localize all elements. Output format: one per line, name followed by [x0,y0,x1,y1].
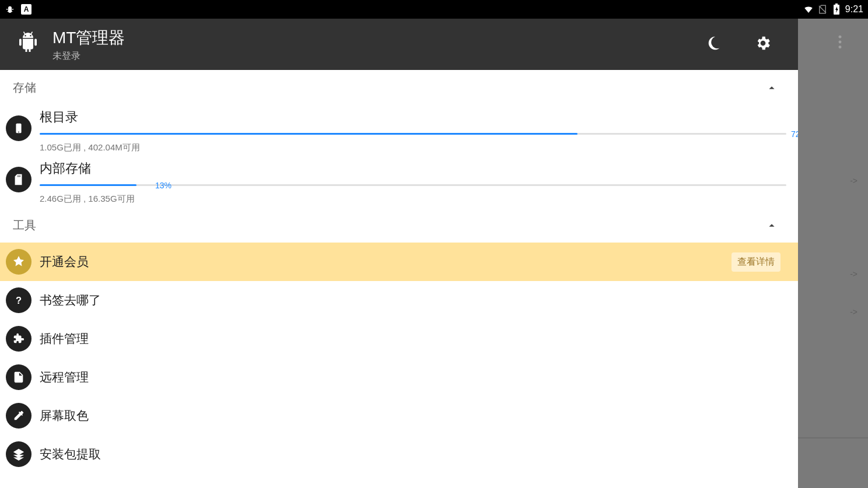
section-header-storage[interactable]: 存储 [0,70,798,105]
section-label: 存储 [13,80,36,96]
pane-divider [798,437,868,438]
android-robot-icon [18,31,38,57]
svg-rect-5 [19,39,22,46]
symlink-arrow-icon: -> [850,307,858,317]
section-header-tools[interactable]: 工具 [0,208,798,243]
svg-line-7 [24,32,25,34]
tool-label: 安装包提取 [40,446,101,462]
svg-point-4 [30,35,31,36]
app-header: MT管理器 未登录 [0,19,798,70]
tool-label: 插件管理 [40,331,89,347]
storage-progress-bar [40,133,786,135]
storage-item-internal[interactable]: 内部存储 13% 2.46G已用 , 16.35G可用 [0,156,798,208]
tool-item-bookmark-help[interactable]: ? 书签去哪了 [0,281,798,320]
storage-percent: 72% [791,129,798,139]
sdcard-icon [6,167,32,192]
eyedropper-icon [6,403,32,429]
storage-detail: 2.46G已用 , 16.35G可用 [40,194,780,205]
android-statusbar: A 9:21 [0,0,868,19]
tool-label: 书签去哪了 [40,292,101,308]
night-mode-button[interactable] [698,19,733,70]
battery-charging-icon [831,4,842,15]
overflow-menu-button[interactable] [828,31,852,55]
tool-item-plugin[interactable]: 插件管理 [0,320,798,358]
app-title: MT管理器 [52,27,125,49]
ime-indicator-icon: A [21,4,32,15]
help-icon: ? [6,287,32,313]
tool-label: 屏幕取色 [40,408,89,424]
navigation-drawer: 存储 根目录 72% 1.05G已用 , 402.04M可用 内部存储 13% … [0,70,798,488]
background-file-pane[interactable]: -> -> -> [798,19,868,488]
vip-badge-icon [6,249,32,275]
tool-item-color-picker[interactable]: 屏幕取色 [0,396,798,435]
svg-point-10 [18,132,19,133]
vip-detail-badge[interactable]: 查看详情 [732,252,780,272]
chevron-up-icon [763,79,780,96]
storage-percent: 13% [155,181,172,190]
svg-point-3 [24,35,26,36]
symlink-arrow-icon: -> [850,269,858,279]
phone-icon [6,115,32,141]
tool-label: 远程管理 [40,369,89,385]
svg-point-12 [839,36,842,38]
file-icon [6,364,32,390]
tool-label: 开通会员 [40,254,89,270]
tool-item-vip[interactable]: 开通会员 查看详情 [0,243,798,281]
clock-text: 9:21 [845,4,863,15]
moon-icon [706,34,724,54]
svg-point-14 [839,45,842,48]
login-status[interactable]: 未登录 [52,50,125,62]
storage-detail: 1.05G已用 , 402.04M可用 [40,142,780,153]
svg-line-8 [31,32,32,34]
tool-item-apk-extract[interactable]: 安装包提取 [0,435,798,473]
storage-title: 内部存储 [40,160,780,177]
tool-item-remote[interactable]: 远程管理 [0,358,798,396]
svg-rect-1 [835,3,838,5]
storage-item-root[interactable]: 根目录 72% 1.05G已用 , 402.04M可用 [0,105,798,156]
settings-button[interactable] [746,19,780,70]
no-sim-icon [817,4,828,15]
layers-icon [6,441,32,467]
storage-progress-bar [40,184,786,186]
more-vert-icon [838,34,842,52]
bug-icon [5,4,15,15]
symlink-arrow-icon: -> [850,176,858,185]
svg-rect-6 [34,39,37,46]
storage-title: 根目录 [40,108,780,126]
svg-text:?: ? [16,295,22,306]
section-label: 工具 [13,217,36,233]
plugin-icon [6,326,32,352]
chevron-up-icon [763,216,780,234]
svg-point-13 [839,41,842,44]
wifi-icon [803,4,814,15]
gear-icon [754,34,772,54]
